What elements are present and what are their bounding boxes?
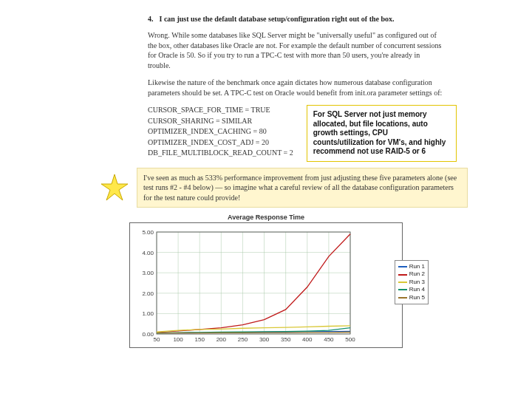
- param-line: CURSOR_SHARING = SIMILAR: [148, 116, 293, 127]
- svg-text:4.00: 4.00: [142, 250, 154, 256]
- legend-item: Run 1: [398, 263, 425, 270]
- svg-text:200: 200: [216, 336, 227, 343]
- chart-plot: 0.001.002.003.004.005.005010015020025030…: [134, 228, 398, 346]
- param-line: OPTIMIZER_INDEX_CACHING = 80: [148, 126, 293, 137]
- param-line: OPTIMIZER_INDEX_COST_ADJ = 20: [148, 137, 293, 149]
- heading-number: 4.: [148, 15, 154, 23]
- highlight-row: I've seen as much as 533% performance im…: [100, 168, 517, 208]
- oracle-params: CURSOR_SPACE_FOR_TIME = TRUE CURSOR_SHAR…: [148, 105, 293, 159]
- svg-text:5.00: 5.00: [142, 229, 154, 236]
- chart-title: Average Response Time: [129, 214, 403, 221]
- svg-text:350: 350: [281, 336, 291, 343]
- svg-marker-0: [101, 174, 128, 200]
- svg-text:400: 400: [302, 336, 313, 343]
- legend-item: Run 4: [398, 286, 425, 293]
- legend-item: Run 2: [398, 270, 425, 278]
- svg-text:50: 50: [154, 336, 160, 343]
- svg-text:1.00: 1.00: [142, 310, 154, 317]
- legend-item: Run 5: [398, 294, 425, 301]
- svg-rect-33: [157, 232, 350, 334]
- svg-text:300: 300: [259, 336, 270, 343]
- svg-text:100: 100: [173, 336, 183, 343]
- list-heading: 4. I can just use the default database s…: [148, 15, 517, 23]
- heading-title: I can just use the default database setu…: [160, 15, 395, 23]
- legend-item: Run 3: [398, 279, 425, 286]
- svg-text:3.00: 3.00: [142, 270, 154, 276]
- highlight-note: I've seen as much as 533% performance im…: [137, 168, 468, 208]
- params-row: CURSOR_SPACE_FOR_TIME = TRUE CURSOR_SHAR…: [148, 105, 517, 162]
- star-icon: [100, 173, 129, 202]
- paragraph-2: Likewise the nature of the benchmark onc…: [148, 78, 443, 98]
- chart-legend: Run 1Run 2Run 3Run 4Run 5: [395, 260, 429, 304]
- chart-box: 0.001.002.003.004.005.005010015020025030…: [129, 222, 403, 348]
- sql-server-callout: For SQL Server not just memory allocated…: [307, 105, 457, 162]
- svg-text:450: 450: [324, 336, 334, 343]
- svg-text:500: 500: [345, 336, 355, 343]
- param-line: CURSOR_SPACE_FOR_TIME = TRUE: [148, 105, 293, 116]
- param-line: DB_FILE_MULTIBLOCK_READ_COUNT = 2: [148, 148, 293, 159]
- svg-text:2.00: 2.00: [142, 290, 154, 297]
- chart: Average Response Time 0.001.002.003.004.…: [129, 214, 403, 348]
- chart-svg: 0.001.002.003.004.005.005010015020025030…: [134, 228, 356, 346]
- svg-text:250: 250: [238, 336, 248, 343]
- svg-text:0.00: 0.00: [142, 331, 154, 338]
- svg-text:150: 150: [195, 336, 205, 343]
- paragraph-1: Wrong. While some databases like SQL Ser…: [148, 30, 443, 70]
